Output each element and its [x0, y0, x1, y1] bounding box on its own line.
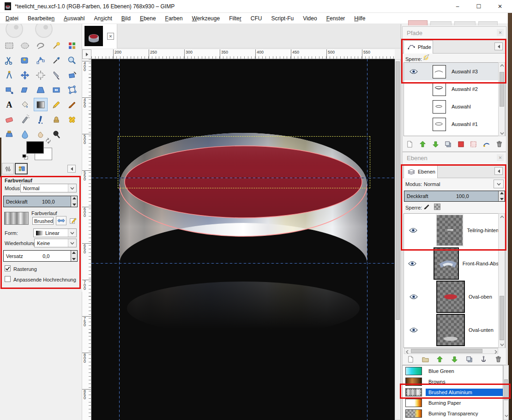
lock-paint-icon[interactable] — [423, 203, 430, 210]
menu-video[interactable]: Video — [298, 13, 321, 24]
menu-fenster[interactable]: Fenster — [322, 13, 350, 24]
layers-scrollbar[interactable] — [498, 213, 505, 348]
guide-vertical-right[interactable] — [367, 59, 367, 420]
scroll-up-icon[interactable] — [500, 216, 504, 218]
visibility-eye-icon[interactable] — [404, 327, 423, 333]
paths-scrollbar[interactable] — [498, 62, 505, 136]
scroll-left-icon[interactable] — [406, 350, 409, 354]
offset-spinner[interactable] — [71, 251, 77, 261]
layer-thumbnail[interactable] — [434, 247, 458, 280]
close-icon[interactable]: ✕ — [497, 29, 504, 36]
menu-scriptfu[interactable]: Script-Fu — [266, 13, 298, 24]
anchor-button[interactable] — [480, 356, 487, 364]
tool-heal[interactable] — [65, 113, 79, 126]
gradient-row[interactable]: Burning Transparency — [403, 408, 503, 419]
swap-colors-icon[interactable] — [45, 138, 52, 144]
gradient-row[interactable]: Brushed Aluminium — [403, 387, 503, 397]
layer-thumbnail[interactable] — [436, 281, 465, 313]
tool-measure[interactable] — [2, 68, 16, 82]
tool-scissors-select[interactable] — [2, 54, 16, 67]
dithering-checkbox[interactable] — [5, 265, 11, 271]
scroll-down-icon[interactable] — [500, 132, 504, 135]
tool-crop[interactable] — [49, 68, 63, 82]
path-thumbnail[interactable] — [433, 83, 446, 96]
supersampling-checkbox[interactable] — [5, 276, 11, 282]
gradient-row[interactable]: Burning Paper — [403, 397, 503, 408]
mode-dropdown[interactable]: Normal — [20, 184, 77, 192]
menu-filter[interactable]: Filter — [224, 13, 246, 24]
tool-select-by-color[interactable] — [65, 39, 79, 52]
tool-paths[interactable] — [34, 54, 48, 67]
duplicate-button[interactable] — [445, 141, 452, 149]
menu-ebene[interactable]: Ebene — [135, 13, 161, 24]
minimize-button[interactable]: – — [451, 1, 464, 12]
tool-perspective-clone[interactable] — [2, 127, 16, 141]
tool-eraser[interactable] — [2, 113, 16, 126]
edit-gradient-button[interactable] — [68, 216, 78, 225]
tool-move[interactable] — [18, 68, 32, 82]
tool-clone[interactable] — [49, 113, 63, 126]
raise-button[interactable] — [436, 356, 443, 364]
path-thumbnail[interactable] — [433, 118, 446, 131]
tab-paths[interactable]: Pfade — [404, 40, 433, 54]
horizontal-ruler[interactable]: 200250300350400450500550 — [91, 49, 395, 59]
tool-pencil[interactable] — [49, 98, 63, 111]
path-row[interactable]: Auswahl — [404, 98, 499, 115]
menu-hilfe[interactable]: Hilfe — [349, 13, 370, 24]
path-thumbnail[interactable] — [433, 100, 446, 114]
tool-free-select[interactable] — [34, 39, 48, 52]
tab-device-status[interactable] — [2, 163, 14, 174]
path-row[interactable]: Auswahl #3 — [404, 63, 499, 80]
tool-flip[interactable] — [49, 83, 63, 96]
layers-h-scrollbar[interactable] — [404, 348, 498, 354]
close-image-icon[interactable]: ✕ — [107, 33, 114, 40]
tool-foreground-select[interactable] — [18, 54, 32, 67]
mode-dropdown-button[interactable] — [494, 180, 504, 188]
offset-spinbox[interactable]: Versatz 0,0 — [3, 250, 78, 262]
guide-vertical-left[interactable] — [119, 59, 120, 420]
tool-zoom[interactable] — [65, 54, 79, 67]
delete-button[interactable] — [496, 141, 503, 149]
scroll-up-icon[interactable] — [500, 64, 504, 67]
path-row[interactable]: Auswahl #2 — [404, 80, 499, 98]
guide-horizontal-upper[interactable] — [91, 178, 395, 178]
tool-scale[interactable] — [2, 83, 16, 96]
tool-align[interactable] — [34, 68, 48, 82]
tool-paintbrush[interactable] — [65, 98, 79, 111]
tool-bucket-fill[interactable] — [18, 98, 32, 111]
canvas-scrollbar-thumb[interactable] — [396, 61, 400, 320]
layer-thumbnail[interactable] — [436, 214, 464, 246]
repeat-dropdown[interactable]: Keine — [34, 239, 77, 247]
lock-alpha-icon[interactable] — [434, 204, 440, 210]
panel-menu-button[interactable] — [494, 167, 503, 175]
menu-werkzeuge[interactable]: Werkzeuge — [187, 13, 224, 24]
vertical-ruler[interactable]: 4 0 04 5 05 0 05 5 06 0 06 5 07 0 07 5 0… — [82, 59, 91, 420]
layers-opacity-slider[interactable]: Deckkraft 100,0 — [404, 191, 505, 202]
guide-horizontal-lower[interactable] — [91, 263, 395, 264]
close-icon[interactable]: ✕ — [497, 154, 504, 161]
tool-ellipse-select[interactable] — [18, 39, 32, 52]
layer-row[interactable]: Oval-unten — [404, 313, 499, 347]
menu-auswahl[interactable]: Auswahl — [59, 13, 89, 24]
gradient-row[interactable]: Browns — [403, 376, 503, 387]
maximize-button[interactable]: ☐ — [472, 1, 486, 12]
foreground-color-swatch[interactable] — [26, 141, 44, 154]
visibility-eye-icon[interactable] — [404, 294, 423, 300]
tool-cage-transform[interactable] — [65, 83, 79, 96]
tool-rotate[interactable] — [65, 68, 79, 82]
gradient-preview[interactable] — [4, 212, 29, 225]
visibility-eye-icon[interactable] — [404, 228, 423, 233]
opacity-slider[interactable]: Deckkraft 100,0 — [3, 196, 78, 207]
tool-gradient[interactable] — [34, 98, 48, 111]
new-button[interactable] — [406, 141, 413, 149]
tool-ink[interactable] — [34, 113, 48, 126]
layers-opacity-spinner[interactable] — [498, 191, 505, 201]
gradient-row[interactable]: Blue Green — [403, 366, 503, 376]
canvas-scrollbar[interactable] — [395, 59, 401, 420]
form-dropdown[interactable]: Linear — [33, 228, 77, 237]
lower-button[interactable] — [432, 141, 439, 149]
selection-to-path-button[interactable] — [470, 141, 477, 149]
ruler-corner-button[interactable] — [82, 49, 91, 59]
gradients-scrollbar[interactable] — [503, 365, 509, 420]
visibility-eye-icon[interactable] — [404, 69, 423, 74]
